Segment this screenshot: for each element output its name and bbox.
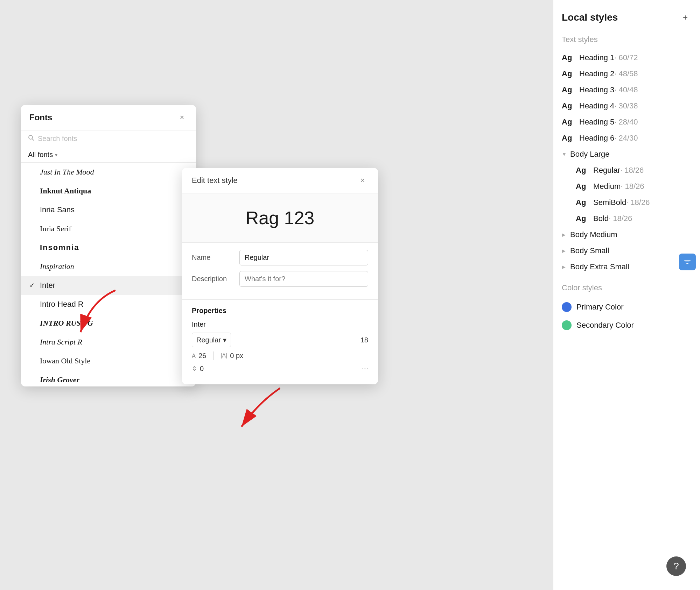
color-name: Primary Color bbox=[576, 303, 623, 312]
font-name-label: Inknut Antiqua bbox=[40, 186, 91, 196]
heading-style-item[interactable]: AgHeading 1 · 60/72 bbox=[562, 50, 692, 66]
ag-label: Ag bbox=[562, 85, 574, 94]
body-group: ▼Body LargeAgRegular · 18/26AgMedium · 1… bbox=[562, 146, 692, 227]
headings-list: AgHeading 1 · 60/72AgHeading 2 · 48/58Ag… bbox=[562, 50, 692, 146]
preview-text: Rag 123 bbox=[246, 208, 315, 228]
font-name-label: Just In The Mood bbox=[40, 168, 94, 177]
font-name-label: Intra Script R bbox=[40, 337, 82, 347]
body-groups-list: ▼Body LargeAgRegular · 18/26AgMedium · 1… bbox=[562, 146, 692, 275]
font-style-chevron: ▾ bbox=[223, 336, 226, 344]
name-label: Name bbox=[192, 254, 234, 262]
ag-label: Ag bbox=[562, 53, 574, 62]
text-styles-label: Text styles bbox=[562, 35, 692, 44]
font-list-item[interactable]: Inspiration bbox=[21, 257, 196, 276]
font-list-item[interactable]: Intro Head R bbox=[21, 295, 196, 314]
properties-section: Properties Inter Regular ▾ 18 A̲ 26 |A| … bbox=[182, 300, 378, 384]
font-name-label: Inspiration bbox=[40, 262, 74, 271]
paragraph-spacing-metric: ⇕ 0 bbox=[192, 365, 204, 373]
search-input[interactable] bbox=[38, 135, 189, 143]
heading-style-item[interactable]: AgHeading 3 · 40/48 bbox=[562, 82, 692, 98]
font-list-item[interactable]: Intra Script R bbox=[21, 333, 196, 351]
heading-style-item[interactable]: AgHeading 6 · 24/30 bbox=[562, 130, 692, 146]
heading-style-item[interactable]: AgHeading 4 · 30/38 bbox=[562, 98, 692, 114]
filter-icon bbox=[683, 258, 692, 266]
help-icon: ? bbox=[673, 561, 679, 572]
ag-label: Ag bbox=[562, 101, 574, 111]
ag-label: Ag bbox=[562, 69, 574, 78]
colors-list: Primary ColorSecondary Color bbox=[562, 298, 692, 334]
line-height-metric: A̲ 26 bbox=[192, 352, 206, 360]
color-styles-section: Color styles Primary ColorSecondary Colo… bbox=[562, 283, 692, 334]
right-panel: Local styles + Text styles AgHeading 1 ·… bbox=[553, 0, 700, 590]
color-dot bbox=[562, 302, 572, 312]
panel-title: Local styles bbox=[562, 12, 618, 23]
add-style-button[interactable]: + bbox=[679, 11, 692, 24]
form-area: Name Description bbox=[182, 243, 378, 300]
paragraph-spacing-value: 0 bbox=[200, 365, 204, 373]
font-list-item[interactable]: Insomnia bbox=[21, 238, 196, 257]
filter-button[interactable] bbox=[679, 254, 696, 270]
body-style-item[interactable]: AgMedium · 18/26 bbox=[562, 178, 692, 194]
font-list-item[interactable]: Iowan Old Style bbox=[21, 351, 196, 370]
body-style-item[interactable]: AgSemiBold · 18/26 bbox=[562, 194, 692, 211]
line-height-value: 26 bbox=[198, 352, 206, 360]
color-style-item[interactable]: Primary Color bbox=[562, 298, 692, 316]
preview-area: Rag 123 bbox=[182, 193, 378, 243]
font-size-display: 18 bbox=[360, 336, 368, 344]
body-group-header[interactable]: ▼Body Large bbox=[562, 146, 692, 162]
collapse-arrow-icon: ▶ bbox=[562, 248, 567, 254]
body-group: ▶Body Small bbox=[562, 243, 692, 259]
ag-label: Ag bbox=[562, 118, 574, 127]
font-name-label: Intro Head R bbox=[40, 300, 84, 309]
font-name-label: Inter bbox=[40, 281, 55, 290]
edit-panel-close-button[interactable]: × bbox=[357, 175, 368, 186]
edit-panel-title: Edit text style bbox=[192, 176, 238, 185]
font-style-label: Regular bbox=[196, 336, 221, 344]
font-name-display: Inter bbox=[192, 320, 368, 328]
heading-style-item[interactable]: AgHeading 2 · 48/58 bbox=[562, 66, 692, 82]
body-group: ▶Body Medium bbox=[562, 227, 692, 243]
collapse-arrow-icon: ▼ bbox=[562, 151, 567, 157]
font-style-select[interactable]: Regular ▾ bbox=[192, 333, 231, 347]
fonts-panel: Fonts × All fonts ▾ Just In The MoodInkn… bbox=[21, 105, 196, 386]
collapse-arrow-icon: ▶ bbox=[562, 264, 567, 270]
body-style-item[interactable]: AgBold · 18/26 bbox=[562, 211, 692, 227]
heading-style-item[interactable]: AgHeading 5 · 28/40 bbox=[562, 114, 692, 130]
font-list-item[interactable]: INTRO RUST G bbox=[21, 314, 196, 333]
line-height-icon: A̲ bbox=[192, 353, 196, 359]
help-button[interactable]: ? bbox=[666, 556, 686, 576]
body-group-header[interactable]: ▶Body Small bbox=[562, 243, 692, 259]
body-style-item[interactable]: AgRegular · 18/26 bbox=[562, 162, 692, 178]
body-group-header[interactable]: ▶Body Extra Small bbox=[562, 259, 692, 275]
svg-line-1 bbox=[32, 139, 34, 141]
font-list-item[interactable]: Inria Serif bbox=[21, 219, 196, 238]
font-list-item[interactable]: Just In The Mood bbox=[21, 163, 196, 182]
font-filter-label: All fonts bbox=[28, 151, 53, 159]
font-filter-dropdown[interactable]: All fonts ▾ bbox=[28, 151, 57, 159]
fonts-panel-title: Fonts bbox=[29, 113, 52, 122]
font-name-label: Inria Serif bbox=[40, 224, 71, 233]
more-options-button[interactable]: ··· bbox=[362, 364, 368, 373]
ag-label: Ag bbox=[562, 134, 574, 143]
properties-title: Properties bbox=[192, 307, 368, 315]
fonts-close-button[interactable]: × bbox=[176, 112, 188, 123]
font-name-label: Irish Grover bbox=[40, 375, 79, 384]
font-list-item[interactable]: ✓Inter bbox=[21, 276, 196, 295]
font-name-label: Iowan Old Style bbox=[40, 356, 90, 365]
letter-spacing-icon: |A| bbox=[220, 353, 227, 359]
color-dot bbox=[562, 320, 572, 330]
color-name: Secondary Color bbox=[576, 321, 634, 330]
search-icon bbox=[28, 135, 34, 143]
body-group-header[interactable]: ▶Body Medium bbox=[562, 227, 692, 243]
font-name-label: INTRO RUST G bbox=[40, 319, 93, 328]
font-name-label: Insomnia bbox=[40, 243, 79, 252]
font-list-item[interactable]: Irish Grover bbox=[21, 370, 196, 386]
paragraph-spacing-icon: ⇕ bbox=[192, 365, 197, 372]
letter-spacing-metric: |A| 0 px bbox=[220, 352, 243, 360]
color-styles-label: Color styles bbox=[562, 283, 692, 292]
name-input[interactable] bbox=[239, 250, 368, 265]
font-list-item[interactable]: Inria Sans bbox=[21, 200, 196, 219]
description-input[interactable] bbox=[239, 271, 368, 287]
font-list-item[interactable]: Inknut Antiqua bbox=[21, 182, 196, 200]
color-style-item[interactable]: Secondary Color bbox=[562, 316, 692, 334]
